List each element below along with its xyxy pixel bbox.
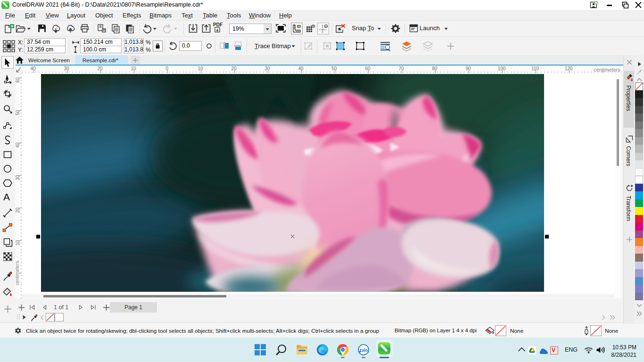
svg-text:Zalo: Zalo <box>359 348 368 353</box>
